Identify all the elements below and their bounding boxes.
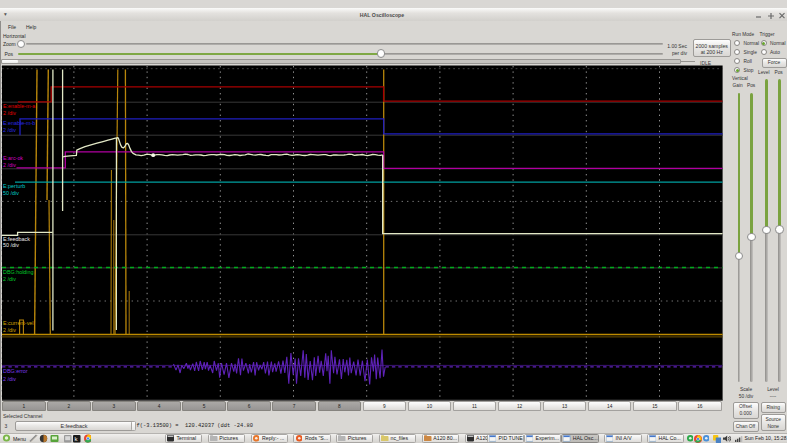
svg-text:2 /div: 2 /div: [3, 110, 16, 116]
svg-text:E:feedback: E:feedback: [3, 236, 30, 242]
svg-text:50 /div: 50 /div: [3, 242, 19, 248]
svg-text:2 /div: 2 /div: [3, 127, 16, 133]
svg-text:E:current-vel: E:current-vel: [3, 320, 34, 326]
svg-text:E:perturb: E:perturb: [3, 183, 25, 189]
svg-text:2 /div: 2 /div: [3, 327, 16, 333]
svg-text:50 /div: 50 /div: [3, 190, 19, 196]
svg-text:E:enable-m-a: E:enable-m-a: [3, 103, 35, 109]
svg-text:DBG:holding: DBG:holding: [3, 269, 34, 275]
svg-text:E:arc-ok: E:arc-ok: [3, 155, 23, 161]
svg-text:2 /div: 2 /div: [3, 276, 16, 282]
svg-text:DBG:error: DBG:error: [3, 368, 28, 374]
svg-text:E:enable-m-b: E:enable-m-b: [3, 120, 35, 126]
svg-text:2 /div: 2 /div: [3, 376, 16, 382]
svg-text:2 /div: 2 /div: [3, 162, 16, 168]
